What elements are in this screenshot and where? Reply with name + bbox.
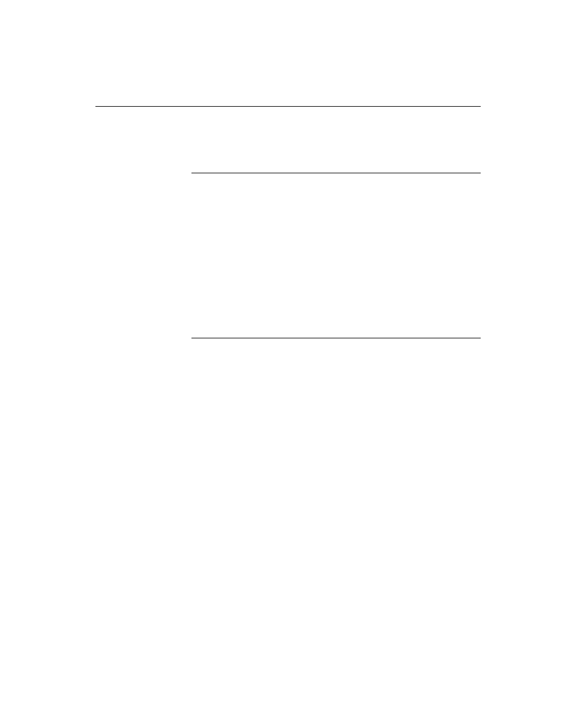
horizontal-rule-section-2 <box>191 338 481 338</box>
horizontal-rule-full <box>95 106 481 107</box>
horizontal-rule-section-1 <box>191 173 481 173</box>
